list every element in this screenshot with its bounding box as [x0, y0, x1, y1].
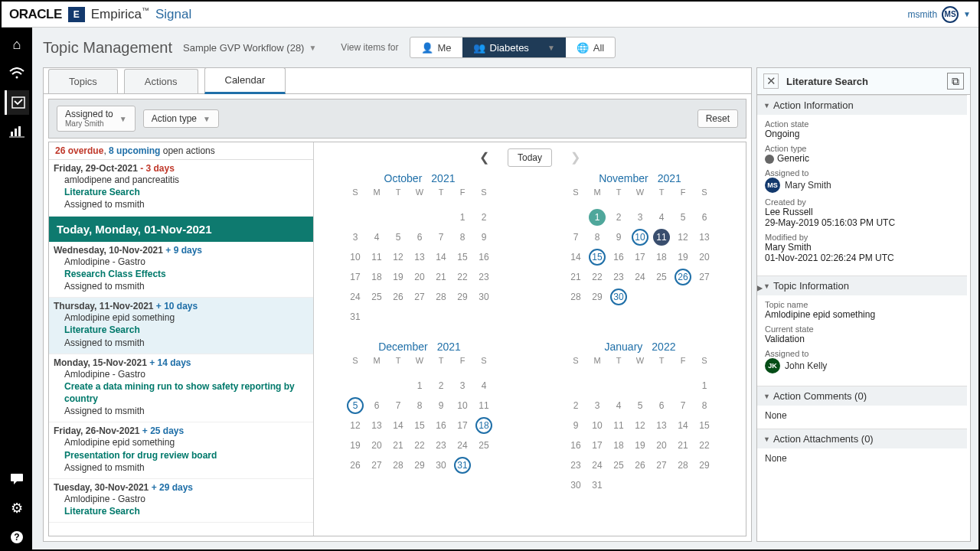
workflow-selector[interactable]: Sample GVP Workflow (28)▼: [183, 42, 316, 54]
calendar-day[interactable]: 25: [608, 455, 629, 475]
calendar-day[interactable]: 25: [473, 435, 495, 455]
calendar-day[interactable]: 6: [694, 207, 715, 227]
calendar-day[interactable]: 30: [565, 475, 586, 495]
calendar-day[interactable]: 6: [409, 227, 430, 247]
action-line[interactable]: Literature Search: [54, 324, 309, 336]
calendar-day[interactable]: 9: [608, 227, 629, 247]
calendar-day[interactable]: 15: [409, 416, 430, 435]
chat-icon[interactable]: [5, 467, 29, 491]
calendar-day[interactable]: 30: [610, 289, 627, 305]
calendar-day[interactable]: 11: [608, 416, 629, 435]
calendar-day[interactable]: 2: [473, 207, 495, 227]
calendar-day[interactable]: 9: [473, 227, 495, 247]
action-date-block[interactable]: Friday, 29-Oct-2021 - 3 daysamlodipene a…: [49, 160, 313, 217]
calendar-day[interactable]: 16: [473, 247, 495, 267]
filter-action-type[interactable]: Action type▼: [143, 109, 219, 128]
user-menu[interactable]: msmith MS ▼: [907, 6, 971, 23]
filter-reset-button[interactable]: Reset: [697, 109, 738, 128]
help-icon[interactable]: ?: [5, 525, 29, 549]
calendar-day[interactable]: 19: [672, 247, 694, 267]
action-line[interactable]: Create a data mining run to show safety …: [54, 380, 309, 405]
section-topic-info[interactable]: ▼Topic Information: [757, 276, 967, 295]
calendar-day[interactable]: 2: [430, 376, 452, 396]
calendar-day[interactable]: 19: [629, 435, 651, 455]
calendar-day[interactable]: 18: [651, 247, 672, 267]
close-icon[interactable]: ✕: [763, 73, 779, 89]
calendar-day[interactable]: 5: [347, 397, 364, 414]
calendar-day[interactable]: 12: [629, 416, 651, 435]
calendar-day[interactable]: 3: [345, 227, 366, 247]
calendar-day[interactable]: 28: [430, 287, 452, 307]
calendar-day[interactable]: 19: [387, 267, 409, 287]
calendar-day[interactable]: 6: [651, 396, 672, 416]
calendar-day[interactable]: 7: [430, 227, 452, 247]
calendar-day[interactable]: 14: [672, 416, 694, 435]
calendar-day[interactable]: 29: [586, 287, 608, 307]
action-date-block[interactable]: Tuesday, 30-Nov-2021 + 29 daysAmlodipine…: [49, 479, 313, 523]
calendar-day[interactable]: 17: [629, 247, 651, 267]
calendar-day[interactable]: 1: [452, 207, 473, 227]
chart-icon[interactable]: [5, 119, 29, 144]
calendar-day[interactable]: 29: [694, 455, 715, 475]
calendar-day[interactable]: 21: [430, 267, 452, 287]
calendar-day[interactable]: 11: [473, 396, 495, 416]
scope-me[interactable]: 👤Me: [410, 37, 462, 57]
calendar-day[interactable]: 17: [452, 416, 473, 435]
calendar-day[interactable]: 24: [629, 267, 651, 287]
calendar-day[interactable]: 30: [430, 455, 452, 475]
calendar-day[interactable]: 26: [675, 269, 691, 285]
calendar-day[interactable]: 22: [694, 435, 715, 455]
calendar-day[interactable]: 8: [409, 396, 430, 416]
calendar-day[interactable]: 7: [565, 227, 586, 247]
calendar-day[interactable]: 27: [694, 267, 715, 287]
calendar-day[interactable]: 8: [694, 396, 715, 416]
tab-topics[interactable]: Topics: [48, 69, 118, 93]
calendar-day[interactable]: 27: [366, 455, 387, 475]
calendar-day[interactable]: 24: [452, 435, 473, 455]
calendar-day[interactable]: 1: [409, 376, 430, 396]
scope-diabetes[interactable]: 👥Diabetes▼: [462, 37, 566, 57]
open-external-icon[interactable]: ⧉: [947, 73, 964, 90]
calendar-day[interactable]: 28: [387, 455, 409, 475]
action-date-block[interactable]: Monday, 15-Nov-2021 + 14 daysAmlodipine …: [49, 354, 313, 423]
calendar-day[interactable]: 20: [651, 435, 672, 455]
calendar-day[interactable]: 11: [653, 229, 670, 246]
action-date-block[interactable]: Thursday, 11-Nov-2021 + 10 daysAmlodipin…: [49, 298, 313, 354]
calendar-day[interactable]: 25: [651, 267, 672, 287]
action-date-block[interactable]: Friday, 26-Nov-2021 + 25 daysAmlodipine …: [49, 422, 313, 479]
calendar-day[interactable]: 15: [694, 416, 715, 435]
calendar-day[interactable]: 28: [565, 287, 586, 307]
action-line[interactable]: Presentation for drug review board: [54, 449, 309, 461]
calendar-day[interactable]: 25: [366, 287, 387, 307]
calendar-day[interactable]: 14: [430, 247, 452, 267]
calendar-day[interactable]: 23: [565, 455, 586, 475]
calendar-day[interactable]: 27: [409, 287, 430, 307]
calendar-day[interactable]: 18: [608, 435, 629, 455]
section-action-info[interactable]: ▼Action Information: [757, 96, 967, 115]
section-attachments[interactable]: ▼Action Attachments (0): [757, 429, 967, 448]
calendar-day[interactable]: 2: [608, 207, 629, 227]
calendar-day[interactable]: 21: [387, 435, 409, 455]
tab-actions[interactable]: Actions: [124, 69, 198, 93]
calendar-day[interactable]: 31: [345, 307, 366, 327]
today-button[interactable]: Today: [508, 148, 552, 167]
calendar-day[interactable]: 20: [409, 267, 430, 287]
calendar-day[interactable]: 7: [672, 396, 694, 416]
calendar-day[interactable]: 29: [452, 287, 473, 307]
action-line[interactable]: Literature Search: [54, 186, 309, 198]
calendar-day[interactable]: 2: [565, 396, 586, 416]
home-icon[interactable]: ⌂: [5, 32, 29, 57]
calendar-day[interactable]: 17: [586, 435, 608, 455]
calendar-day[interactable]: 23: [473, 267, 495, 287]
calendar-day[interactable]: 11: [366, 247, 387, 267]
chevron-right-icon[interactable]: ▶: [757, 282, 763, 293]
calendar-day[interactable]: 31: [454, 457, 471, 474]
gear-icon[interactable]: ⚙: [5, 496, 29, 520]
calendar-day[interactable]: 17: [345, 267, 366, 287]
calendar-day[interactable]: 16: [430, 416, 452, 435]
calendar-day[interactable]: 9: [565, 416, 586, 435]
calendar-day[interactable]: 3: [586, 396, 608, 416]
calendar-day[interactable]: 5: [672, 207, 694, 227]
calendar-day[interactable]: 13: [694, 227, 715, 247]
calendar-day[interactable]: 4: [651, 207, 672, 227]
